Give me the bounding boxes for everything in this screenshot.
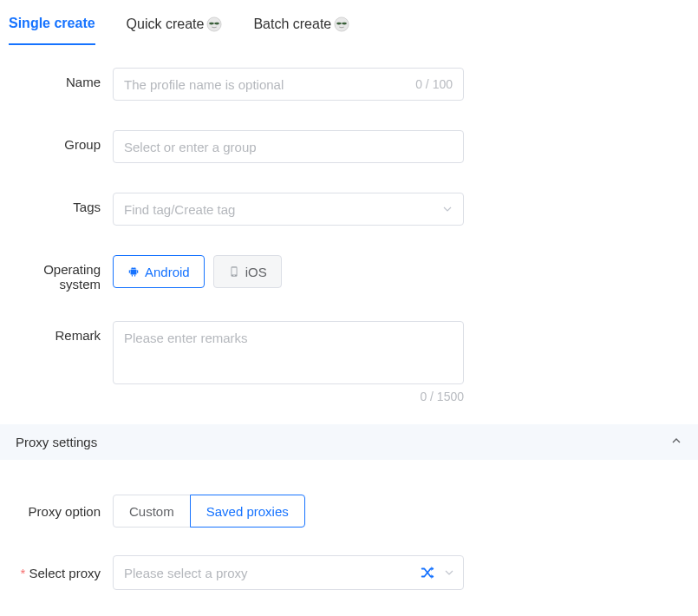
svg-point-6: [342, 23, 347, 25]
proxy-settings-title: Proxy settings: [16, 435, 97, 449]
shuffle-icon[interactable]: [420, 565, 435, 580]
label-group: Group: [0, 130, 113, 152]
proxy-custom-label: Custom: [129, 504, 174, 519]
create-tabs: Single create Quick create Batch create: [0, 0, 698, 45]
proxy-select-placeholder: Please select a proxy: [124, 566, 420, 580]
tab-label: Single create: [9, 16, 95, 31]
proxy-saved-button[interactable]: Saved proxies: [190, 495, 305, 528]
os-ios-button[interactable]: iOS: [213, 255, 282, 288]
tab-label: Quick create: [127, 16, 205, 32]
svg-rect-3: [214, 23, 216, 24]
label-select-proxy: Select proxy: [0, 566, 113, 580]
label-tags: Tags: [0, 193, 113, 214]
svg-rect-8: [131, 269, 137, 274]
sunglasses-icon: [206, 16, 222, 32]
name-input[interactable]: [124, 69, 408, 100]
tab-single-create[interactable]: Single create: [9, 9, 95, 45]
remark-textarea[interactable]: [124, 331, 453, 372]
chevron-up-icon: [670, 435, 682, 449]
svg-rect-14: [134, 275, 135, 277]
os-ios-label: iOS: [245, 265, 267, 279]
tags-placeholder: Find tag/Create tag: [124, 202, 442, 217]
svg-rect-11: [129, 270, 130, 273]
proxy-settings-body: Proxy option Custom Saved proxies Select…: [0, 460, 698, 616]
remark-counter: 0 / 1500: [113, 390, 464, 403]
svg-point-1: [210, 23, 214, 25]
proxy-saved-label: Saved proxies: [206, 504, 289, 519]
chevron-down-icon: [444, 567, 454, 578]
proxy-select[interactable]: Please select a proxy: [113, 555, 464, 590]
label-remark: Remark: [0, 321, 113, 343]
svg-point-5: [336, 23, 341, 25]
svg-point-17: [233, 275, 234, 276]
svg-rect-12: [137, 270, 138, 273]
label-proxy-option: Proxy option: [0, 504, 113, 519]
name-counter: 0 / 100: [415, 77, 453, 91]
svg-point-4: [335, 17, 349, 31]
tab-label: Batch create: [253, 16, 331, 32]
android-icon: [127, 265, 140, 278]
label-os: Operating system: [0, 255, 113, 292]
label-name: Name: [0, 68, 113, 89]
tags-select[interactable]: Find tag/Create tag: [113, 193, 464, 226]
profile-form: Name 0 / 100 Group Tags Find tag/Create …: [0, 45, 698, 424]
proxy-custom-button[interactable]: Custom: [113, 495, 191, 528]
svg-rect-13: [132, 275, 133, 277]
svg-rect-16: [232, 268, 236, 275]
os-android-button[interactable]: Android: [113, 255, 205, 288]
proxy-settings-header[interactable]: Proxy settings: [0, 424, 698, 460]
group-input[interactable]: [124, 131, 453, 162]
sunglasses-icon: [334, 16, 349, 32]
os-android-label: Android: [145, 265, 190, 279]
ios-icon: [228, 265, 240, 278]
proxy-option-tabs: Custom Saved proxies: [113, 495, 305, 528]
chevron-down-icon: [442, 204, 453, 214]
group-input-wrap: [113, 130, 464, 163]
tab-batch-create[interactable]: Batch create: [253, 9, 349, 45]
os-toggle-group: Android iOS: [113, 255, 464, 288]
remark-wrap: [113, 321, 464, 384]
tab-quick-create[interactable]: Quick create: [127, 9, 223, 45]
svg-point-2: [215, 23, 219, 25]
svg-rect-7: [341, 23, 342, 24]
svg-point-0: [207, 17, 221, 31]
name-input-wrap: 0 / 100: [113, 68, 464, 101]
